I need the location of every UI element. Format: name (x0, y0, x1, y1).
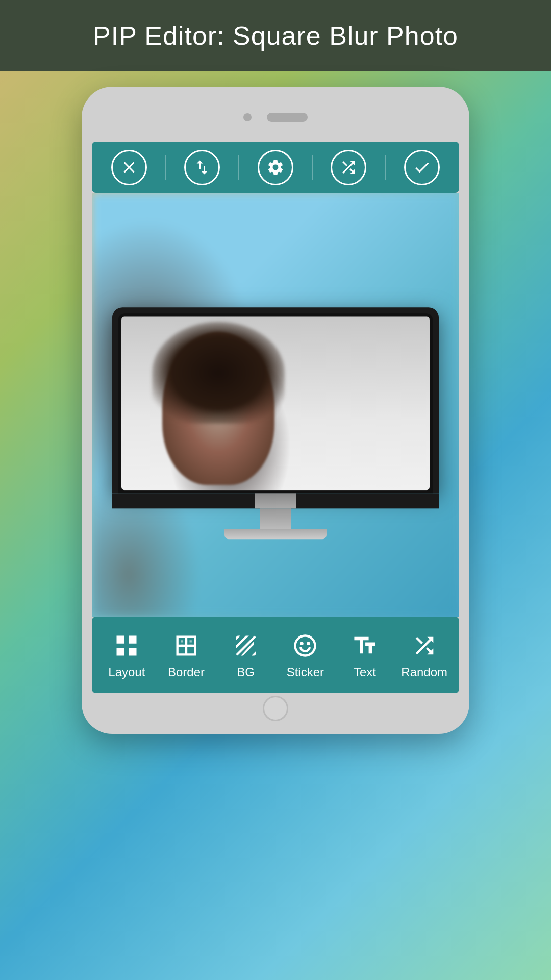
layout-label: Layout (108, 665, 145, 679)
text-button[interactable]: Text (335, 630, 395, 679)
close-button[interactable] (111, 150, 147, 185)
border-icon-container (171, 630, 202, 661)
face-shape (152, 322, 285, 485)
divider-3 (312, 155, 313, 180)
random-icon (411, 632, 438, 659)
monitor-stand-base (224, 529, 327, 539)
phone-camera (243, 113, 252, 121)
texture-icon (233, 632, 259, 659)
divider-4 (385, 155, 386, 180)
sticker-icon (292, 632, 318, 659)
layout-icon-container (111, 630, 142, 661)
divider-1 (165, 155, 166, 180)
settings-button[interactable] (258, 150, 293, 185)
random-button[interactable]: Random (394, 630, 454, 679)
settings-icon (266, 158, 285, 177)
shuffle-button[interactable] (331, 150, 366, 185)
monitor-screen (121, 316, 430, 490)
divider-2 (238, 155, 239, 180)
title-bar: PIP Editor: Square Blur Photo (0, 0, 551, 71)
border-icon (173, 632, 199, 659)
grid-icon (113, 632, 140, 659)
sticker-icon-container (290, 630, 320, 661)
phone-bottom (92, 693, 459, 724)
check-icon (413, 158, 431, 177)
bg-icon-container (231, 630, 261, 661)
bg-button[interactable]: BG (216, 630, 276, 679)
border-label: Border (168, 665, 205, 679)
top-toolbar (92, 142, 459, 193)
layout-button[interactable]: Layout (97, 630, 157, 679)
sticker-button[interactable]: Sticker (276, 630, 335, 679)
bg-label: BG (237, 665, 255, 679)
check-button[interactable] (404, 150, 440, 185)
monitor-bezel (118, 313, 433, 493)
svg-point-0 (295, 636, 315, 656)
svg-point-1 (300, 642, 304, 645)
canvas-area (92, 193, 459, 617)
svg-point-2 (307, 642, 311, 645)
phone-speaker (267, 113, 308, 122)
shuffle-icon (339, 158, 358, 177)
text-icon-container (349, 630, 380, 661)
monitor-stand-pole (260, 508, 291, 529)
monitor-outer (112, 307, 439, 493)
random-icon-container (409, 630, 440, 661)
sticker-label: Sticker (287, 665, 324, 679)
monitor-neck (112, 493, 439, 508)
monitor-stand-top (255, 493, 296, 508)
swap-icon (193, 158, 211, 177)
swap-button[interactable] (184, 150, 220, 185)
bottom-toolbar: Layout Border BG (92, 617, 459, 693)
home-button[interactable] (263, 696, 288, 721)
phone-frame: Layout Border BG (82, 87, 469, 734)
text-label: Text (354, 665, 376, 679)
random-label: Random (401, 665, 447, 679)
background-area: Layout Border BG (0, 71, 551, 980)
phone-top (92, 97, 459, 138)
text-icon (352, 632, 378, 659)
app-title: PIP Editor: Square Blur Photo (93, 20, 458, 51)
monitor-frame (112, 307, 439, 539)
close-icon (120, 158, 138, 177)
monitor-portrait (121, 316, 430, 490)
border-button[interactable]: Border (157, 630, 216, 679)
